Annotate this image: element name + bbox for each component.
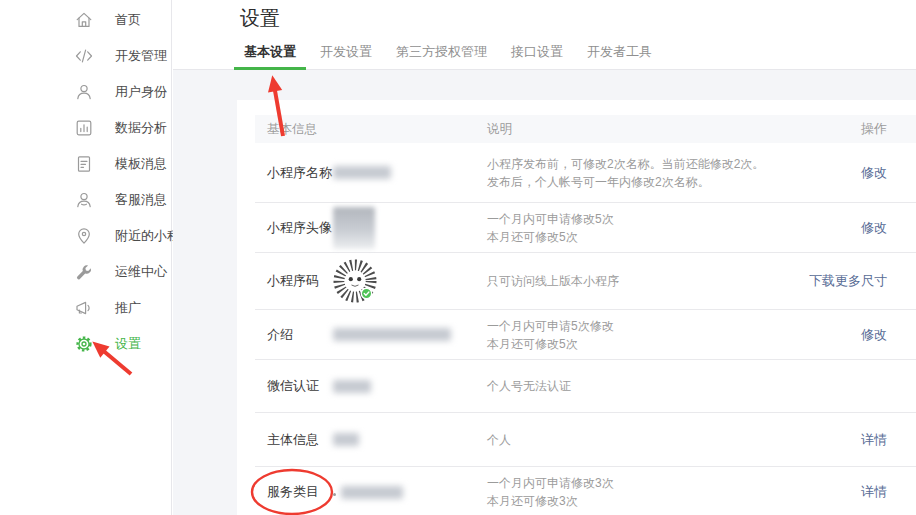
action-link[interactable]: 详情 [861,484,887,499]
sidebar-item-label: 用户身份 [115,83,167,101]
row-label: 小程序名称 [267,164,333,182]
tab-bar: 基本设置开发设置第三方授权管理接口设置开发者工具 [234,39,666,70]
col-header-desc: 说明 [487,121,777,138]
sidebar-item-label: 设置 [115,335,141,353]
wechat-miniprogram-console: 首页 开发管理 用户身份 数据分析 模板消息 客服消息 附近的小程序 运维中心 … [0,0,916,515]
row-label: 小程序码 [267,272,333,290]
action-link[interactable]: 下载更多尺寸 [809,273,887,288]
template-icon [74,154,94,174]
sidebar-item-template[interactable]: 模板消息 [0,146,171,182]
row-action: 修改 [777,164,887,182]
row-value [333,166,391,179]
location-icon [74,226,94,246]
row-value [333,433,359,446]
blurred-value [333,328,451,341]
mini-program-code-image [333,259,377,303]
row-description: 一个月内可申请修改5次本月还可修改5次 [487,210,777,246]
row-action: 详情 [777,483,887,501]
row-description: 一个月内可申请修改3次本月还可修改3次 [487,474,777,510]
sidebar-item-service[interactable]: 客服消息 [0,182,171,218]
table-row: 微信认证 个人号无法认证 [255,360,916,413]
sidebar-item-home[interactable]: 首页 [0,2,171,38]
description-line: 只可访问线上版本小程序 [487,272,777,290]
row-value [333,486,403,499]
blurred-avatar-image [333,207,375,249]
col-header-action: 操作 [777,120,887,138]
home-icon [74,10,94,30]
megaphone-icon [74,298,94,318]
sidebar-item-label: 客服消息 [115,191,167,209]
row-value [333,328,451,341]
blurred-value [333,380,371,393]
description-line: 一个月内可申请修改3次 [487,474,777,492]
sidebar-item-label: 首页 [115,11,141,29]
description-line: 一个月内可申请5次修改 [487,317,777,335]
row-action: 修改 [777,326,887,344]
row-action: 下载更多尺寸 [777,272,887,290]
service-icon [74,190,94,210]
tab-tools[interactable]: 开发者工具 [577,39,662,70]
tab-basic[interactable]: 基本设置 [234,39,306,70]
blurred-value [333,433,359,446]
sidebar-item-label: 运维中心 [115,263,167,281]
row-label: 小程序头像 [267,219,333,237]
table-row: 主体信息 个人 详情 [255,413,916,467]
description-line: 小程序发布前，可修改2次名称。当前还能修改2次。 [487,155,777,173]
sidebar-item-data[interactable]: 数据分析 [0,110,171,146]
description-line: 发布后，个人帐号可一年内修改2次名称。 [487,173,777,191]
description-line: 一个月内可申请修改5次 [487,210,777,228]
action-link[interactable]: 修改 [861,220,887,235]
action-link[interactable]: 修改 [861,165,887,180]
main-area: 设置 基本设置开发设置第三方授权管理接口设置开发者工具 基本信息 说明 操作 小… [173,0,916,515]
blurred-value [341,486,403,499]
row-description: 个人 [487,431,777,449]
tab-devset[interactable]: 开发设置 [310,39,382,70]
row-description: 小程序发布前，可修改2次名称。当前还能修改2次。发布后，个人帐号可一年内修改2次… [487,155,777,191]
user-icon [74,82,94,102]
sidebar-item-label: 推广 [115,299,141,317]
page-header: 设置 基本设置开发设置第三方授权管理接口设置开发者工具 [173,0,916,70]
action-link[interactable]: 修改 [861,327,887,342]
sidebar-item-label: 开发管理 [115,47,167,65]
description-line: 本月还可修改3次 [487,492,777,510]
sidebar-item-dev[interactable]: 开发管理 [0,38,171,74]
description-line: 个人 [487,431,777,449]
table-row: 小程序码 只可访问线上版本小程序 下载更多尺寸 [255,253,916,310]
sidebar-item-ops[interactable]: 运维中心 [0,254,171,290]
blurred-value [333,166,391,179]
sidebar-item-promo[interactable]: 推广 [0,290,171,326]
table-row: 服务类目 一个月内可申请修改3次本月还可修改3次 详情 [255,467,916,515]
sidebar-item-nearby[interactable]: 附近的小程序 [0,218,171,254]
page-title: 设置 [240,5,280,32]
row-description: 一个月内可申请5次修改本月还可修改5次 [487,317,777,353]
row-label: 服务类目 [267,483,333,501]
table-body: 小程序名称 小程序发布前，可修改2次名称。当前还能修改2次。发布后，个人帐号可一… [255,143,916,515]
action-link[interactable]: 详情 [861,432,887,447]
sidebar-item-settings[interactable]: 设置 [0,326,171,362]
row-value [333,259,377,303]
table-row: 介绍 一个月内可申请5次修改本月还可修改5次 修改 [255,310,916,360]
col-header-info: 基本信息 [267,121,487,138]
gear-icon [74,334,94,354]
description-line: 本月还可修改5次 [487,335,777,353]
row-value [333,207,375,249]
sidebar-item-user[interactable]: 用户身份 [0,74,171,110]
settings-card: 基本信息 说明 操作 小程序名称 小程序发布前，可修改2次名称。当前还能修改2次… [237,100,916,515]
row-action: 详情 [777,431,887,449]
row-label: 微信认证 [267,377,333,395]
tab-third[interactable]: 第三方授权管理 [386,39,497,70]
tab-api[interactable]: 接口设置 [501,39,573,70]
description-line: 个人号无法认证 [487,377,777,395]
table-row: 小程序名称 小程序发布前，可修改2次名称。当前还能修改2次。发布后，个人帐号可一… [255,143,916,203]
sidebar-nav: 首页 开发管理 用户身份 数据分析 模板消息 客服消息 附近的小程序 运维中心 … [0,0,172,515]
row-value [333,380,371,393]
row-label: 主体信息 [267,431,333,449]
text-dot [333,493,336,496]
sidebar-item-label: 模板消息 [115,155,167,173]
table-row: 小程序头像 一个月内可申请修改5次本月还可修改5次 修改 [255,203,916,253]
row-description: 只可访问线上版本小程序 [487,272,777,290]
chart-icon [74,118,94,138]
sidebar-item-label: 数据分析 [115,119,167,137]
table-header-row: 基本信息 说明 操作 [255,115,916,143]
wrench-icon [74,262,94,282]
